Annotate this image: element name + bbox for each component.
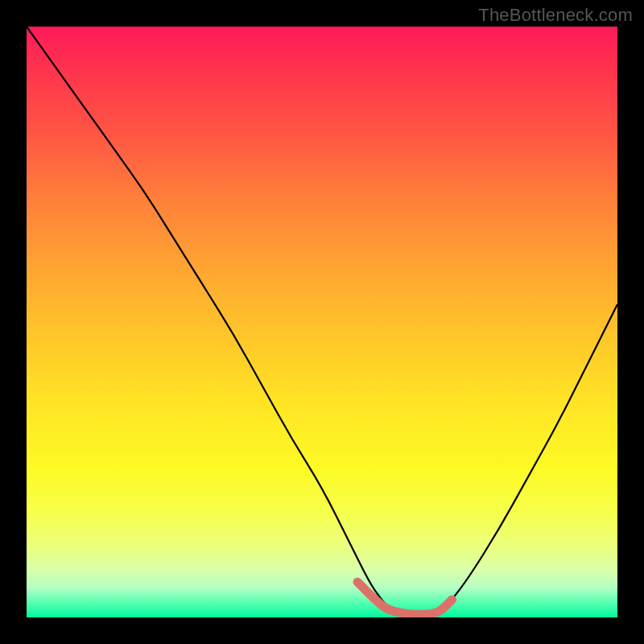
- acceptable-range-marker: [357, 582, 452, 614]
- bottleneck-curve-line: [27, 27, 617, 617]
- attribution-text: TheBottleneck.com: [478, 5, 633, 26]
- chart-svg: [27, 27, 617, 617]
- chart-plot-area: [27, 27, 617, 617]
